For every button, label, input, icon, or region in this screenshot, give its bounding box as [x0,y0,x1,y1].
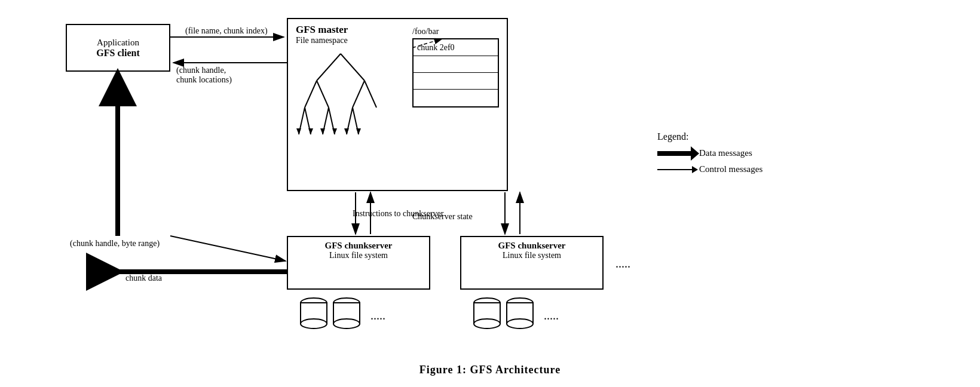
legend-thin-arrow [657,169,693,170]
label-chunk-handle: (chunk handle,chunk locations) [176,66,232,85]
figure-caption: Figure 1: GFS Architecture [0,364,980,376]
label-state: Chunkserver state [412,212,473,222]
legend-data-item: Data messages [657,148,762,158]
legend-thick-arrow [657,151,693,156]
svg-line-41 [412,39,442,48]
label-file-name: (file name, chunk index) [185,26,268,36]
arrows-svg [0,0,980,387]
legend: Legend: Data messages Control messages [657,131,762,180]
legend-control-label: Control messages [699,164,762,174]
legend-data-label: Data messages [699,148,752,158]
diagram: Application GFS client GFS master File n… [0,0,980,387]
legend-control-item: Control messages [657,164,762,174]
label-byte-range: (chunk handle, byte range) [70,239,160,248]
label-chunk-data: chunk data [125,274,162,283]
legend-title: Legend: [657,131,762,142]
svg-line-35 [170,236,286,261]
